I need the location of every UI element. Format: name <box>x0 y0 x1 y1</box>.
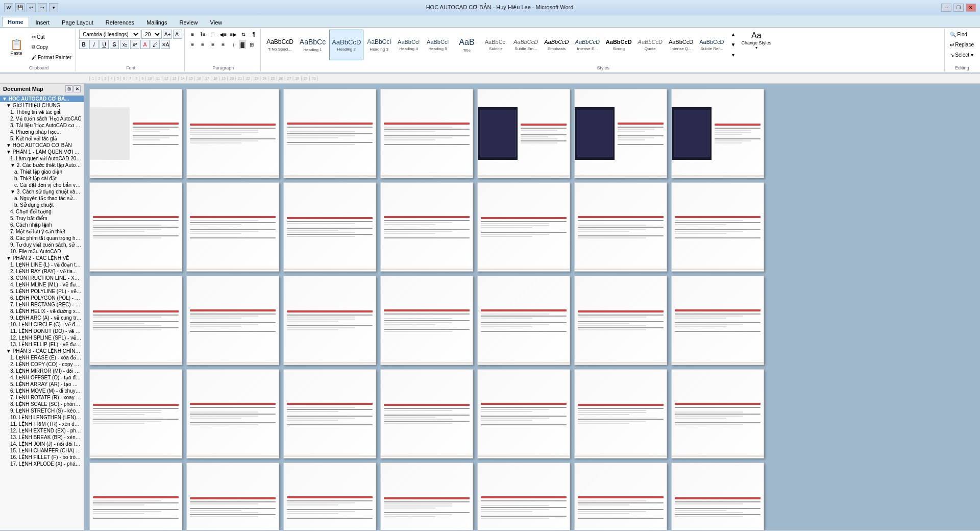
doc-map-close[interactable]: ✕ <box>74 85 81 92</box>
doc-map-expand[interactable]: ⊞ <box>65 85 72 92</box>
doc-map-item[interactable]: 3. CONTRUCTION LINE - XLIN... <box>0 275 84 281</box>
italic-button[interactable]: I <box>89 40 99 49</box>
style-heading5[interactable]: AaBbCcl Heading 5 <box>424 30 452 60</box>
page-thumb[interactable] <box>671 182 764 272</box>
select-button[interactable]: ↘ Select ▾ <box>948 50 975 59</box>
doc-map-item[interactable]: 11. LỆNH DONUT (DO) - vẽ đ... <box>0 328 84 334</box>
doc-map-item[interactable]: b. Thiết lập cài đặt <box>0 175 84 182</box>
style-title[interactable]: AaB Title <box>453 30 481 60</box>
page-thumb[interactable] <box>89 463 182 530</box>
undo-button[interactable]: ↩ <box>27 3 36 12</box>
style-intense-q[interactable]: AaBbCcD Intense Q... <box>666 30 696 60</box>
doc-map-item[interactable]: a. Nguyên tắc thao tác sử... <box>0 195 84 202</box>
tab-home[interactable]: Home <box>2 17 29 27</box>
font-grow-button[interactable]: A+ <box>163 30 172 39</box>
styles-more[interactable]: ▾ <box>728 50 738 59</box>
shading-button[interactable]: ▓ <box>239 40 246 49</box>
doc-map-item[interactable]: 8. LỆNH SCALE (SC) - phóng t... <box>0 401 84 407</box>
copy-button[interactable]: ⧉ Copy <box>30 42 74 52</box>
page-thumb[interactable] <box>574 463 667 530</box>
align-right-button[interactable]: ≡ <box>208 40 217 49</box>
page-thumb[interactable] <box>283 89 376 178</box>
save-button[interactable]: 💾 <box>15 3 24 12</box>
text-color-button[interactable]: A <box>140 40 150 49</box>
doc-map-item[interactable]: 1. LỆNH ERASE (E) - xóa đối t... <box>0 354 84 361</box>
doc-map-item[interactable]: 7. LỆNH ROTATE (R) - xoay đ... <box>0 394 84 401</box>
align-center-button[interactable]: ≡ <box>198 40 207 49</box>
doc-map-item[interactable]: 3. LỆNH MIRROR (MI) - đối xứ... <box>0 368 84 374</box>
restore-button[interactable]: ❐ <box>953 4 964 12</box>
style-heading1[interactable]: AaBbCc Heading 1 <box>297 30 328 60</box>
doc-map-item[interactable]: ▼ 2. Các bước thiết lập AutoCAD... <box>0 162 84 168</box>
bullets-button[interactable]: ≡ <box>188 30 197 39</box>
doc-map-item[interactable]: 10. LỆNH CIRCLE (C) - vẽ đườ... <box>0 321 84 328</box>
page-thumb[interactable] <box>380 89 473 178</box>
doc-map-item[interactable]: 12. LỆNH EXTEND (EX) - phóng... <box>0 427 84 434</box>
doc-map-item[interactable]: 12. LỆNH SPLINE (SPL) - vẽ đ... <box>0 334 84 341</box>
doc-map-item[interactable]: ▼ PHẦN 1 - LÀM QUEN VỚI AUTOC <box>0 149 84 155</box>
page-thumb[interactable] <box>186 276 279 365</box>
border-button[interactable]: ⊞ <box>247 40 256 49</box>
font-size-select[interactable]: 20 <box>141 30 162 39</box>
doc-map-item[interactable]: 16. LỆNH FILLET (F) - bo tròn... <box>0 454 84 461</box>
doc-map-item[interactable]: 8. Các phím tắt quan trọng ha... <box>0 235 84 242</box>
styles-scroll-down[interactable]: ▼ <box>728 40 738 49</box>
doc-map-item[interactable]: ▼ 3. Cách sử dụng chuột và bàn... <box>0 188 84 195</box>
decrease-indent-button[interactable]: ◀≡ <box>218 30 228 39</box>
doc-map-item[interactable]: 11. LỆNH TRIM (TR) - xén đối t... <box>0 421 84 427</box>
page-thumb[interactable] <box>671 463 764 530</box>
multilevel-button[interactable]: ≣ <box>208 30 217 39</box>
doc-map-item[interactable]: 6. Cách nhập lệnh <box>0 222 84 228</box>
style-strong[interactable]: AaBbCcD Strong <box>603 30 634 60</box>
doc-map-item[interactable]: ▼ HỌC AUTOCAD CƠ BẢN <box>0 142 84 149</box>
doc-map-item[interactable]: a. Thiết lập giao diện <box>0 168 84 175</box>
doc-map-item[interactable]: 4. LỆNH MLINE (ML) - vẽ đường... <box>0 281 84 288</box>
font-shrink-button[interactable]: A- <box>173 30 182 39</box>
sort-button[interactable]: ⇅ <box>239 30 248 39</box>
numbering-button[interactable]: 1≡ <box>198 30 207 39</box>
style-subtle-ref[interactable]: AaBbCcD Subtle Ref... <box>697 30 726 60</box>
doc-map-item[interactable]: 5. LỆNH ARRAY (AR) - tạo mản... <box>0 381 84 388</box>
doc-map-item[interactable]: 5. Kết nối với tác giả <box>0 135 84 142</box>
styles-scroll-up[interactable]: ▲ <box>728 30 738 39</box>
style-no-spacing[interactable]: AaBbCcD ¶ No Spaci... <box>264 30 296 60</box>
style-heading4[interactable]: AaBbCcl Heading 4 <box>395 30 423 60</box>
doc-map-item[interactable]: 2. LỆNH RAY (RAY) - vẽ tia... <box>0 268 84 275</box>
doc-map-item[interactable]: 13. LỆNH ELLIP (EL) - vẽ đườ... <box>0 341 84 348</box>
subscript-button[interactable]: x₂ <box>120 40 129 49</box>
page-thumb[interactable] <box>574 369 667 458</box>
doc-map-item[interactable]: 7. LỆNH RECTANG (REC) - vẽ... <box>0 301 84 308</box>
doc-map-item[interactable]: 10. File mẫu AutoCAD <box>0 248 84 255</box>
page-thumb[interactable] <box>671 369 764 458</box>
page-thumb[interactable] <box>477 182 570 272</box>
doc-map-item[interactable]: b. Sử dụng chuột <box>0 202 84 208</box>
doc-map-item[interactable]: 9. Tư duy viết cuốn sách, sử c... <box>0 242 84 248</box>
highlight-button[interactable]: 🖊 <box>151 40 160 49</box>
justify-button[interactable]: ≡ <box>218 40 228 49</box>
page-thumb[interactable] <box>380 463 473 530</box>
page-thumb[interactable] <box>283 276 376 365</box>
tab-page-layout[interactable]: Page Layout <box>56 17 99 27</box>
underline-button[interactable]: U <box>100 40 109 49</box>
page-thumb[interactable] <box>186 463 279 530</box>
page-thumb[interactable] <box>477 276 570 365</box>
page-thumb[interactable] <box>574 89 667 178</box>
close-button[interactable]: ✕ <box>966 4 976 12</box>
doc-map-item[interactable]: 8. LỆNH HELIX - vẽ đường xoắ... <box>0 308 84 315</box>
doc-map-item[interactable]: 5. LỆNH POLYLINE (PL) - vẽ đ... <box>0 288 84 295</box>
show-hide-button[interactable]: ¶ <box>249 30 258 39</box>
doc-map-item[interactable]: 15. LỆNH CHAMFER (CHA) - lệ... <box>0 447 84 454</box>
find-button[interactable]: 🔍 Find <box>948 30 969 39</box>
style-intense-em[interactable]: AaBbCcD Intense E... <box>573 30 602 60</box>
doc-map-item[interactable]: ▼ HOC AUTOCAD CƠ BẢ... <box>0 95 84 102</box>
bold-button[interactable]: B <box>79 40 88 49</box>
page-thumb[interactable] <box>89 182 182 272</box>
style-heading2[interactable]: AaBbCcD Heading 2 <box>329 30 363 60</box>
cut-button[interactable]: ✂ Cut <box>30 32 74 41</box>
doc-map-item[interactable]: 3. Tải liệu 'Học AutoCAD cơ bả... <box>0 122 84 129</box>
page-thumb[interactable] <box>186 369 279 458</box>
style-subtitle[interactable]: AaBbCc. Subtitle <box>482 30 510 60</box>
doc-map-item[interactable]: 1. LỆNH LINE (L) - vẽ đoạn thả... <box>0 261 84 268</box>
page-thumb[interactable] <box>186 89 279 178</box>
tab-mailings[interactable]: Mailings <box>141 17 173 27</box>
